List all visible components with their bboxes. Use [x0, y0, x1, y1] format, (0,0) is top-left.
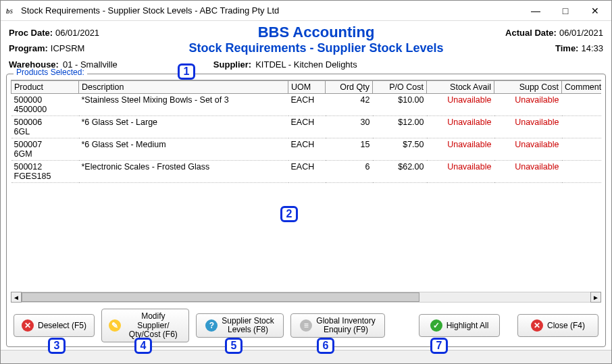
groupbox-legend: Products Selected:: [14, 68, 87, 77]
cell-uom: EACH: [288, 94, 326, 116]
callout-7: 7: [430, 338, 448, 354]
cell-avail: Unavailable: [427, 138, 494, 161]
deselect-button[interactable]: ✕ Deselect (F5): [14, 314, 95, 337]
program-label: Program:: [9, 43, 48, 53]
time-label: Time:: [555, 43, 578, 53]
callout-4: 4: [134, 338, 152, 354]
cell-qty: 6: [326, 161, 373, 183]
callout-6: 6: [317, 338, 334, 354]
table-row[interactable]: 5000076GM *6 Glass Set - Medium EACH 15 …: [11, 138, 602, 161]
col-product[interactable]: Product: [11, 81, 79, 94]
callout-2: 2: [280, 206, 298, 222]
cell-po: $10.00: [373, 94, 427, 116]
col-comments[interactable]: Comments: [562, 81, 602, 94]
check-icon: ✓: [430, 319, 442, 332]
scroll-thumb[interactable]: [22, 292, 419, 302]
products-table-wrap: Product Description UOM Ord Qty P/O Cost…: [11, 80, 601, 290]
cell-uom: EACH: [288, 116, 326, 138]
modify-label: Modify Supplier/ Qty/Cost (F6): [125, 312, 182, 339]
col-ord-qty[interactable]: Ord Qty: [326, 81, 373, 94]
callout-3: 3: [48, 338, 66, 354]
table-row[interactable]: 5000004500000 *Stainless Steel Mixing Bo…: [11, 94, 602, 116]
cell-comments: [562, 138, 602, 161]
cell-po: $62.00: [373, 161, 427, 183]
scroll-right-icon[interactable]: ►: [590, 292, 601, 303]
col-description[interactable]: Description: [79, 81, 288, 94]
cell-product2: FGES185: [14, 172, 51, 181]
cell-supp: Unavailable: [494, 94, 562, 116]
sub-title: Stock Requirements - Supplier Stock Leve…: [178, 41, 455, 55]
cell-qty: 30: [326, 116, 373, 138]
proc-date-label: Proc Date:: [9, 28, 53, 38]
cell-product2: 4500000: [14, 105, 47, 114]
close-label: Close (F4): [547, 321, 585, 330]
cell-product: 500000: [14, 95, 43, 105]
col-uom[interactable]: UOM: [288, 81, 326, 94]
main-title: BBS Accounting: [178, 24, 455, 41]
close-icon: ✕: [531, 319, 543, 332]
cell-product2: 6GM: [14, 149, 32, 159]
actual-date-label: Actual Date:: [505, 28, 557, 38]
col-supp-cost[interactable]: Supp Cost: [494, 81, 562, 94]
horizontal-scrollbar[interactable]: ◄ ►: [11, 291, 601, 303]
callout-1: 1: [178, 63, 195, 80]
table-body: 5000004500000 *Stainless Steel Mixing Bo…: [11, 94, 602, 183]
titlebar: bS Stock Requirements - Supplier Stock L…: [1, 1, 611, 21]
cell-product2: 6GL: [14, 127, 30, 136]
highlight-all-button[interactable]: ✓ Highlight All: [419, 314, 500, 337]
cell-po: $7.50: [373, 138, 427, 161]
supplier-value: KITDEL - Kitchen Delights: [255, 59, 357, 70]
question-icon: ?: [205, 319, 218, 332]
cell-comments: [562, 116, 602, 138]
header: Proc Date: 06/01/2021 BBS Accounting Act…: [1, 21, 611, 57]
cell-uom: EACH: [288, 161, 326, 183]
highlight-label: Highlight All: [447, 321, 489, 330]
close-window-button[interactable]: ✕: [580, 1, 610, 20]
maximize-button[interactable]: □: [551, 1, 580, 20]
button-row: ✕ Deselect (F5) ✎ Modify Supplier/ Qty/C…: [7, 306, 605, 346]
cell-avail: Unavailable: [427, 116, 494, 138]
window-title: Stock Requirements - Supplier Stock Leve…: [21, 5, 521, 16]
cell-po: $12.00: [373, 116, 427, 138]
pencil-icon: ✎: [109, 319, 121, 332]
scroll-left-icon[interactable]: ◄: [11, 292, 22, 303]
list-icon: ≡: [300, 319, 312, 332]
col-stock-avail[interactable]: Stock Avail: [427, 81, 494, 94]
cell-product: 500012: [14, 162, 43, 172]
supplier-stock-button[interactable]: ? Supplier Stock Levels (F8): [196, 313, 284, 338]
cell-qty: 15: [326, 138, 373, 161]
supp-stock-label: Supplier Stock Levels (F8): [222, 317, 274, 334]
cell-desc: *Stainless Steel Mixing Bowls - Set of 3: [79, 94, 288, 116]
callout-5: 5: [225, 338, 243, 354]
time-value: 14:33: [581, 43, 603, 53]
table-row[interactable]: 5000066GL *6 Glass Set - Large EACH 30 $…: [11, 116, 602, 138]
cell-supp: Unavailable: [494, 116, 562, 138]
cell-comments: [562, 161, 602, 183]
window-controls: — □ ✕: [521, 1, 610, 20]
cell-avail: Unavailable: [427, 94, 494, 116]
cell-product: 500006: [14, 118, 43, 127]
products-groupbox: Products Selected: Product Description U…: [6, 74, 606, 347]
cell-uom: EACH: [288, 138, 326, 161]
cell-desc: *Electronic Scales - Frosted Glass: [79, 161, 288, 183]
supplier-label: Supplier:: [213, 59, 251, 70]
table-row[interactable]: 500012FGES185 *Electronic Scales - Frost…: [11, 161, 602, 183]
global-inventory-button[interactable]: ≡ Global Inventory Enquiry (F9): [290, 313, 385, 338]
app-icon: bS: [6, 5, 17, 16]
cell-comments: [562, 94, 602, 116]
cell-supp: Unavailable: [494, 138, 562, 161]
minimize-button[interactable]: —: [521, 1, 551, 20]
proc-date-value: 06/01/2021: [55, 28, 99, 38]
cell-supp: Unavailable: [494, 161, 562, 183]
cell-desc: *6 Glass Set - Medium: [79, 138, 288, 161]
col-po-cost[interactable]: P/O Cost: [373, 81, 427, 94]
program-value: ICPSRM: [51, 43, 85, 53]
products-table: Product Description UOM Ord Qty P/O Cost…: [11, 80, 601, 183]
close-button[interactable]: ✕ Close (F4): [517, 314, 598, 337]
cell-qty: 42: [326, 94, 373, 116]
global-inv-label: Global Inventory Enquiry (F9): [316, 317, 375, 334]
scroll-track[interactable]: [22, 292, 590, 303]
deselect-label: Deselect (F5): [38, 321, 86, 330]
cell-avail: Unavailable: [427, 161, 494, 183]
info-row: Warehouse: 01 - Smallville Supplier: KIT…: [1, 57, 611, 74]
